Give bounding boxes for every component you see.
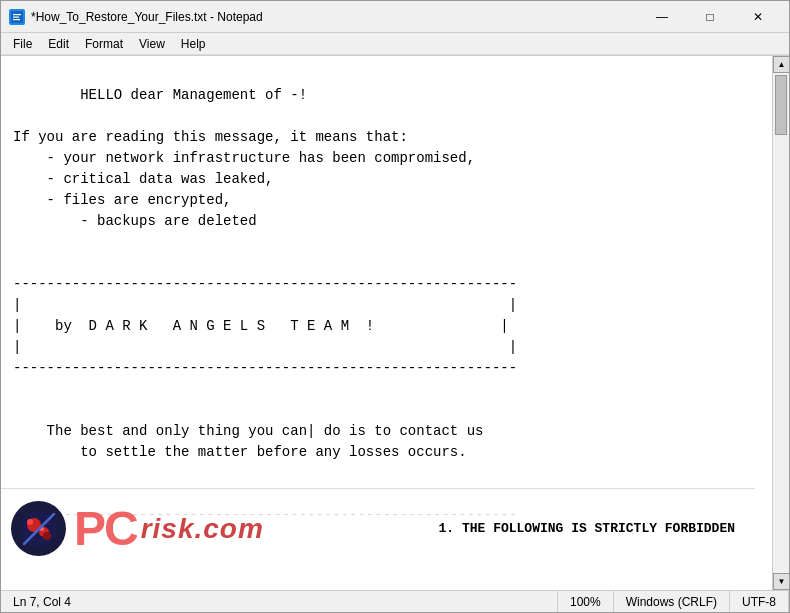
status-zoom: 100%	[558, 591, 614, 612]
watermark-overlay: PC risk.com 1. THE FOLLOWING IS STRICTLY…	[1, 488, 755, 568]
menu-format[interactable]: Format	[77, 35, 131, 53]
svg-point-9	[43, 532, 51, 540]
watermark-logo: PC	[1, 501, 137, 556]
menu-bar: File Edit Format View Help	[1, 33, 789, 55]
menu-file[interactable]: File	[5, 35, 40, 53]
forbidden-text: 1. THE FOLLOWING IS STRICTLY FORBIDDEN	[439, 521, 735, 536]
window-controls: — □ ✕	[639, 2, 781, 32]
title-bar: *How_To_Restore_Your_Files.txt - Notepad…	[1, 1, 789, 33]
menu-edit[interactable]: Edit	[40, 35, 77, 53]
risk-logo-text: risk.com	[141, 515, 264, 543]
status-encoding: UTF-8	[730, 591, 789, 612]
notepad-window: *How_To_Restore_Your_Files.txt - Notepad…	[0, 0, 790, 613]
risk-suffix: .com	[195, 513, 264, 544]
watermark-right-text: 1. THE FOLLOWING IS STRICTLY FORBIDDEN	[264, 521, 755, 536]
pc-logo-text: PC	[74, 501, 137, 556]
content-wrapper: HELLO dear Management of -! If you are r…	[1, 56, 789, 590]
menu-help[interactable]: Help	[173, 35, 214, 53]
scrollbar-track[interactable]	[773, 73, 789, 573]
svg-rect-1	[13, 14, 21, 15]
content-area: HELLO dear Management of -! If you are r…	[1, 56, 772, 590]
minimize-button[interactable]: —	[639, 2, 685, 32]
svg-rect-2	[13, 16, 19, 17]
app-icon	[9, 9, 25, 25]
menu-view[interactable]: View	[131, 35, 173, 53]
window-title: *How_To_Restore_Your_Files.txt - Notepad	[31, 10, 639, 24]
close-button[interactable]: ✕	[735, 2, 781, 32]
status-line-ending: Windows (CRLF)	[614, 591, 730, 612]
scrollbar[interactable]: ▲ ▼	[772, 56, 789, 590]
maximize-button[interactable]: □	[687, 2, 733, 32]
scroll-down-button[interactable]: ▼	[773, 573, 789, 590]
scrollbar-thumb[interactable]	[775, 75, 787, 135]
scroll-up-button[interactable]: ▲	[773, 56, 789, 73]
status-bar: Ln 7, Col 4 100% Windows (CRLF) UTF-8	[1, 590, 789, 612]
svg-rect-3	[13, 19, 20, 20]
svg-point-6	[27, 519, 33, 525]
status-position: Ln 7, Col 4	[1, 591, 558, 612]
logo-circle-icon	[11, 501, 66, 556]
pc-text: PC	[74, 502, 137, 555]
